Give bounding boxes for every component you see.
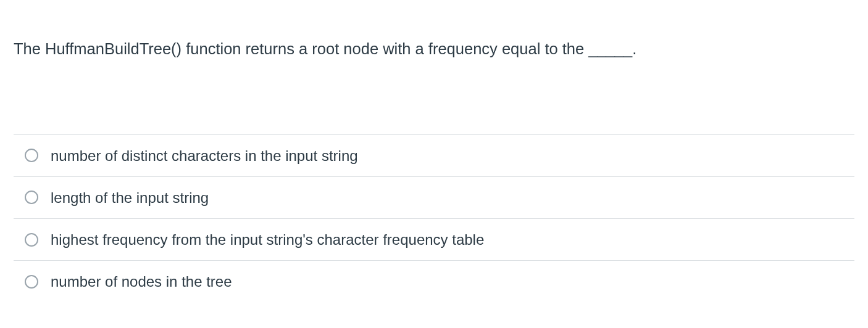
question-container: The HuffmanBuildTree() function returns … [0, 0, 868, 302]
option-label: highest frequency from the input string'… [51, 230, 484, 249]
question-text: The HuffmanBuildTree() function returns … [14, 38, 854, 60]
radio-icon[interactable] [25, 149, 38, 162]
radio-icon[interactable] [25, 191, 38, 204]
option-row[interactable]: highest frequency from the input string'… [14, 219, 854, 261]
radio-icon[interactable] [25, 275, 38, 289]
option-row[interactable]: length of the input string [14, 177, 854, 219]
option-label: length of the input string [51, 188, 209, 207]
option-label: number of distinct characters in the inp… [51, 146, 358, 165]
option-row[interactable]: number of nodes in the tree [14, 261, 854, 302]
option-row[interactable]: number of distinct characters in the inp… [14, 135, 854, 177]
option-label: number of nodes in the tree [51, 272, 232, 291]
radio-icon[interactable] [25, 233, 38, 247]
options-list: number of distinct characters in the inp… [14, 134, 854, 303]
